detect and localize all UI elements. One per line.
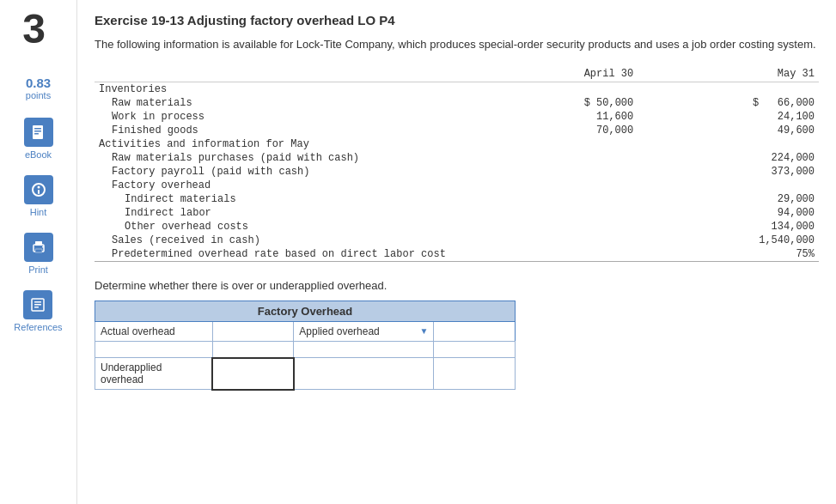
foh-row3-right-input-cell[interactable] bbox=[434, 358, 516, 390]
hint-icon bbox=[24, 175, 53, 204]
row-may: 373,000 bbox=[638, 165, 819, 179]
row-label: Activities and information for May bbox=[95, 137, 493, 151]
print-label: Print bbox=[28, 264, 48, 275]
foh-applied-dropdown-icon[interactable]: ▼ bbox=[419, 326, 428, 336]
svg-point-10 bbox=[42, 246, 44, 248]
print-button[interactable]: Print bbox=[24, 233, 53, 275]
svg-rect-13 bbox=[34, 304, 41, 306]
table-row: Activities and information for May bbox=[95, 137, 819, 151]
foh-underapplied-input[interactable] bbox=[217, 367, 290, 380]
row-may: 49,600 bbox=[638, 124, 819, 137]
row-april bbox=[493, 220, 638, 234]
row-april: $ 50,000 bbox=[493, 96, 638, 110]
foh-actual-overhead-input-cell[interactable] bbox=[212, 321, 294, 341]
overhead-description: Determine whether there is over or under… bbox=[95, 279, 819, 292]
col-april: April 30 bbox=[493, 66, 638, 82]
row-april: 70,000 bbox=[493, 124, 638, 137]
table-row: Indirect materials 29,000 bbox=[95, 192, 819, 206]
row-april bbox=[493, 82, 638, 96]
row-may bbox=[638, 82, 819, 96]
table-row: Factory overhead bbox=[95, 179, 819, 192]
row-april bbox=[493, 234, 638, 247]
svg-rect-14 bbox=[34, 307, 39, 308]
points-value: 0.83 bbox=[26, 76, 51, 90]
table-row: Raw materials purchases (paid with cash)… bbox=[95, 151, 819, 165]
exercise-number: 3 bbox=[22, 9, 46, 50]
table-row: Raw materials $ 50,000 $ 66,000 bbox=[95, 96, 819, 110]
foh-underapplied-input-cell[interactable] bbox=[212, 358, 294, 390]
row-label: Sales (received in cash) bbox=[95, 234, 493, 247]
svg-point-5 bbox=[37, 186, 40, 189]
row-may bbox=[638, 137, 819, 151]
row-may: 1,540,000 bbox=[638, 234, 819, 247]
exercise-description: The following information is available f… bbox=[95, 36, 819, 53]
foh-actual-overhead-input[interactable] bbox=[217, 325, 290, 337]
foh-applied-overhead-label: Applied overhead bbox=[299, 325, 379, 337]
row-april bbox=[493, 206, 638, 220]
svg-rect-9 bbox=[35, 249, 42, 252]
row-label: Indirect materials bbox=[95, 192, 493, 206]
references-label: References bbox=[14, 322, 62, 332]
foh-actual-overhead-label: Actual overhead bbox=[95, 321, 213, 341]
row-april bbox=[493, 165, 638, 179]
foh-empty-input-2[interactable] bbox=[434, 341, 516, 358]
row-label: Finished goods bbox=[95, 124, 493, 137]
table-row: Inventories bbox=[95, 82, 819, 96]
row-label: Indirect labor bbox=[95, 206, 493, 220]
foh-row-1: Actual overhead Applied overhead ▼ bbox=[95, 321, 516, 341]
ebook-label: eBook bbox=[25, 149, 52, 160]
references-icon bbox=[23, 290, 52, 319]
row-label: Factory payroll (paid with cash) bbox=[95, 165, 493, 179]
row-label: Predetermined overhead rate based on dir… bbox=[95, 247, 493, 262]
table-row: Indirect labor 94,000 bbox=[95, 206, 819, 220]
hint-label: Hint bbox=[30, 207, 47, 217]
row-april bbox=[493, 179, 638, 192]
ebook-icon bbox=[24, 118, 53, 147]
overhead-section: Determine whether there is over or under… bbox=[95, 279, 819, 391]
row-may: $ 66,000 bbox=[638, 96, 819, 110]
foh-row3-right-input[interactable] bbox=[437, 367, 511, 380]
table-row: Predetermined overhead rate based on dir… bbox=[95, 247, 819, 262]
foh-row3-right-label bbox=[294, 358, 434, 390]
foh-row2-right-input[interactable] bbox=[437, 343, 511, 355]
foh-underapplied-label: Underapplied overhead bbox=[95, 358, 213, 390]
foh-empty-label-2 bbox=[294, 341, 434, 358]
table-row: Factory payroll (paid with cash) 373,000 bbox=[95, 165, 819, 179]
row-label: Other overhead costs bbox=[95, 220, 493, 234]
foh-empty-label-1 bbox=[95, 341, 213, 358]
table-row: Work in process 11,600 24,100 bbox=[95, 110, 819, 124]
points-label: points bbox=[26, 90, 51, 100]
foh-empty-input-1[interactable] bbox=[212, 341, 294, 358]
main-content: Exercise 19-13 Adjusting factory overhea… bbox=[77, 0, 836, 504]
row-may: 94,000 bbox=[638, 206, 819, 220]
svg-rect-1 bbox=[34, 128, 41, 130]
foh-row2-left-input[interactable] bbox=[217, 343, 290, 355]
table-row: Finished goods 70,000 49,600 bbox=[95, 124, 819, 137]
print-icon bbox=[24, 233, 53, 262]
ebook-button[interactable]: eBook bbox=[24, 118, 53, 160]
foh-row-3: Underapplied overhead bbox=[95, 358, 516, 390]
foh-applied-overhead-label-cell: Applied overhead ▼ bbox=[294, 321, 434, 341]
foh-applied-overhead-input[interactable] bbox=[437, 325, 511, 337]
row-may: 24,100 bbox=[638, 110, 819, 124]
col-may: May 31 bbox=[638, 66, 819, 82]
svg-rect-8 bbox=[35, 241, 42, 246]
row-april bbox=[493, 137, 638, 151]
row-may: 134,000 bbox=[638, 220, 819, 234]
row-may: 224,000 bbox=[638, 151, 819, 165]
row-may bbox=[638, 179, 819, 192]
foh-row-2 bbox=[95, 341, 516, 358]
hint-button[interactable]: Hint bbox=[24, 175, 53, 217]
row-april: 11,600 bbox=[493, 110, 638, 124]
row-label: Factory overhead bbox=[95, 179, 493, 192]
exercise-title: Exercise 19-13 Adjusting factory overhea… bbox=[95, 13, 819, 27]
svg-rect-0 bbox=[33, 125, 43, 139]
svg-rect-3 bbox=[34, 133, 39, 135]
foh-applied-overhead-input-cell[interactable] bbox=[434, 321, 516, 341]
references-button[interactable]: References bbox=[14, 290, 62, 332]
row-label: Raw materials bbox=[95, 96, 493, 110]
row-april bbox=[493, 247, 638, 262]
row-label: Raw materials purchases (paid with cash) bbox=[95, 151, 493, 165]
points-section: 0.83 points bbox=[26, 76, 51, 100]
row-label: Work in process bbox=[95, 110, 493, 124]
